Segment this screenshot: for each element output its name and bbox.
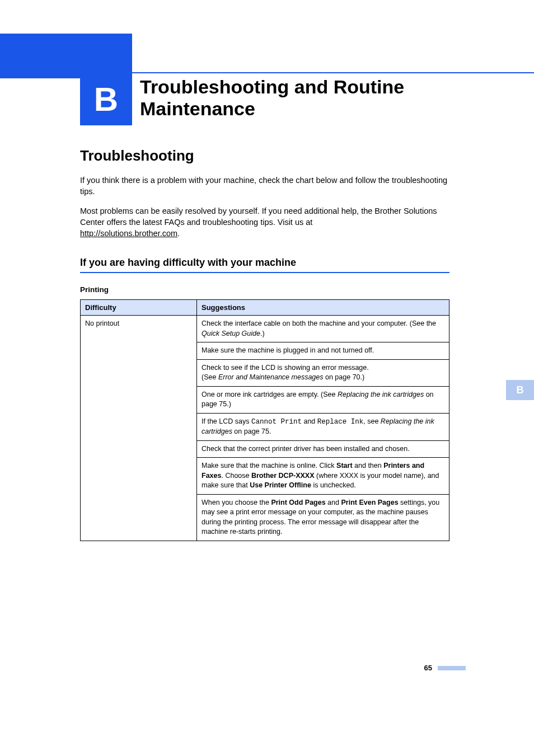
table-label-printing: Printing (80, 285, 449, 294)
page-title: Troubleshooting and Routine Maintenance (140, 76, 453, 120)
cell-difficulty: No printout (81, 316, 197, 541)
section-title: Troubleshooting (80, 147, 449, 165)
chapter-letter-box: B (80, 73, 132, 125)
cell-suggestion-2: Make sure the machine is plugged in and … (197, 342, 449, 360)
table-header-suggestions: Suggestions (197, 300, 449, 316)
table-row: No printout Check the interface cable on… (81, 316, 449, 342)
page-number: 65 (424, 664, 432, 672)
cell-suggestion-5: If the LCD says Cannot Print and Replace… (197, 413, 449, 440)
top-banner-decoration (0, 34, 132, 78)
main-content: Troubleshooting If you think there is a … (80, 147, 449, 552)
cell-suggestion-6: Check that the correct printer driver ha… (197, 440, 449, 458)
table-header-difficulty: Difficulty (81, 300, 197, 316)
cell-suggestion-4: One or more ink cartridges are empty. (S… (197, 386, 449, 413)
side-tab: B (506, 380, 534, 400)
cell-suggestion-1: Check the interface cable on both the ma… (197, 316, 449, 342)
intro-paragraph-2a: Most problems can be easily resolved by … (80, 206, 437, 227)
footer-bar-decoration (438, 666, 466, 670)
intro-paragraph-1: If you think there is a problem with you… (80, 175, 449, 198)
page-footer: 65 (424, 664, 466, 672)
solutions-link[interactable]: http://solutions.brother.com (80, 229, 177, 238)
cell-suggestion-3: Check to see if the LCD is showing an er… (197, 359, 449, 386)
intro-paragraph-2b: . (177, 229, 180, 238)
troubleshooting-table-printing: Difficulty Suggestions No printout Check… (80, 299, 449, 541)
subsection-title: If you are having difficulty with your m… (80, 257, 449, 273)
intro-paragraph-2: Most problems can be easily resolved by … (80, 205, 449, 240)
cell-suggestion-7: Make sure that the machine is online. Cl… (197, 458, 449, 495)
chapter-letter: B (94, 80, 118, 119)
side-tab-letter: B (517, 384, 524, 396)
cell-suggestion-8: When you choose the Print Odd Pages and … (197, 494, 449, 541)
